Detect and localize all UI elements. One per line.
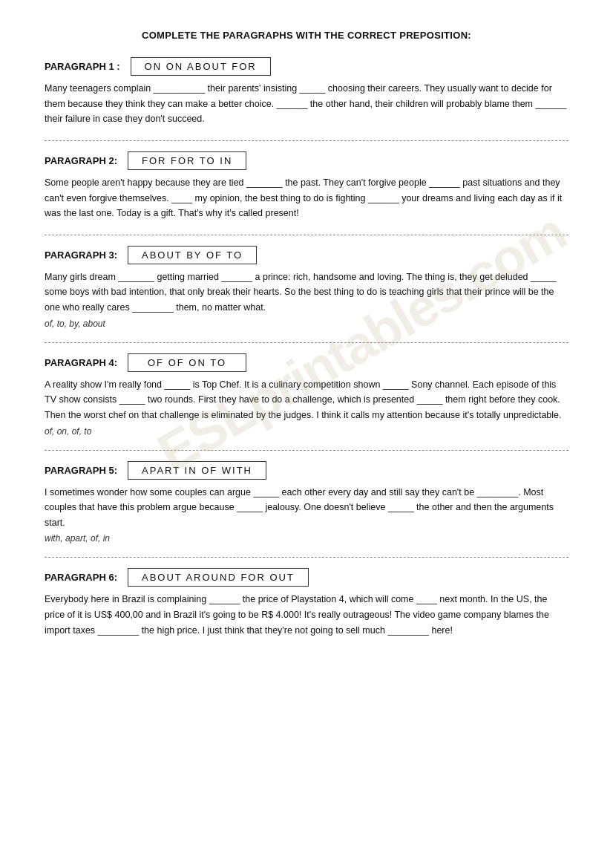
paragraph-4-label: PARAGRAPH 4: bbox=[45, 357, 117, 368]
divider-3 bbox=[45, 450, 568, 451]
paragraph-3-wordbox: ABOUT BY OF TO bbox=[128, 246, 257, 264]
paragraph-3-label: PARAGRAPH 3: bbox=[45, 249, 117, 261]
paragraph-2: PARAGRAPH 2:FOR FOR TO INSome people are… bbox=[45, 151, 568, 221]
paragraph-4: PARAGRAPH 4:OF OF ON TOA reality show I'… bbox=[45, 353, 568, 437]
paragraph-1: PARAGRAPH 1 :ON ON ABOUT FORMany teenage… bbox=[45, 57, 568, 127]
page-title: COMPLETE THE PARAGRAPHS WITH THE CORRECT… bbox=[45, 30, 568, 41]
paragraph-1-wordbox: ON ON ABOUT FOR bbox=[131, 57, 271, 76]
divider-2 bbox=[45, 342, 568, 343]
paragraph-5-wordbox: APART IN OF WITH bbox=[128, 461, 266, 480]
paragraph-6-header: PARAGRAPH 6:ABOUT AROUND FOR OUT bbox=[45, 568, 568, 587]
paragraph-5-header: PARAGRAPH 5:APART IN OF WITH bbox=[45, 461, 568, 480]
paragraph-3-answer: of, to, by, about bbox=[45, 319, 568, 329]
paragraph-1-text: Many teenagers complain __________ their… bbox=[45, 81, 568, 127]
paragraph-5: PARAGRAPH 5:APART IN OF WITHI sometimes … bbox=[45, 461, 568, 544]
paragraph-5-answer: with, apart, of, in bbox=[45, 533, 568, 544]
paragraph-6-text: Everybody here in Brazil is complaining … bbox=[45, 592, 568, 638]
divider-1 bbox=[45, 235, 568, 235]
paragraph-3-text: Many girls dream _______ getting married… bbox=[45, 270, 568, 316]
paragraph-6-wordbox: ABOUT AROUND FOR OUT bbox=[128, 568, 309, 587]
paragraph-2-text: Some people aren't happy because they ar… bbox=[45, 175, 568, 221]
paragraph-1-label: PARAGRAPH 1 : bbox=[45, 61, 120, 72]
divider-4 bbox=[45, 557, 568, 558]
paragraph-4-header: PARAGRAPH 4:OF OF ON TO bbox=[45, 353, 568, 372]
paragraph-1-header: PARAGRAPH 1 :ON ON ABOUT FOR bbox=[45, 57, 568, 76]
paragraph-5-label: PARAGRAPH 5: bbox=[45, 465, 117, 476]
paragraph-6: PARAGRAPH 6:ABOUT AROUND FOR OUTEverybod… bbox=[45, 568, 568, 638]
paragraph-2-wordbox: FOR FOR TO IN bbox=[128, 151, 246, 170]
paragraph-3: PARAGRAPH 3:ABOUT BY OF TOMany girls dre… bbox=[45, 246, 568, 329]
paragraph-5-text: I sometimes wonder how some couples can … bbox=[45, 485, 568, 531]
paragraph-2-label: PARAGRAPH 2: bbox=[45, 155, 117, 166]
paragraph-6-label: PARAGRAPH 6: bbox=[45, 572, 117, 583]
divider-0 bbox=[45, 140, 568, 141]
paragraph-2-header: PARAGRAPH 2:FOR FOR TO IN bbox=[45, 151, 568, 170]
paragraphs-container: PARAGRAPH 1 :ON ON ABOUT FORMany teenage… bbox=[45, 57, 568, 638]
paragraph-4-wordbox: OF OF ON TO bbox=[128, 353, 246, 372]
paragraph-4-answer: of, on, of, to bbox=[45, 426, 568, 437]
paragraph-3-header: PARAGRAPH 3:ABOUT BY OF TO bbox=[45, 246, 568, 264]
paragraph-4-text: A reality show I'm really fond _____ is … bbox=[45, 377, 568, 423]
